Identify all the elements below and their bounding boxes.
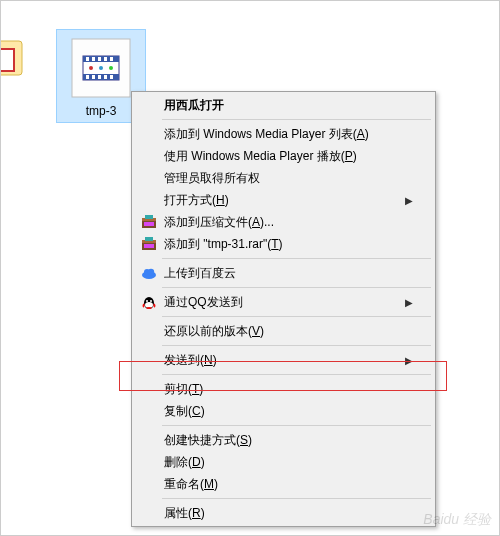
menu-label: 添加到 "tmp-31.rar"(T) [164,236,413,253]
menu-copy[interactable]: 复制(C) [134,400,433,422]
menu-open-with-xigua[interactable]: 用西瓜打开 [134,94,433,116]
menu-label: 还原以前的版本(V) [164,323,413,340]
svg-point-18 [99,66,103,70]
svg-rect-16 [110,75,113,79]
svg-point-19 [109,66,113,70]
menu-label: 添加到 Windows Media Player 列表(A) [164,126,413,143]
submenu-arrow-icon: ▶ [405,297,413,308]
menu-properties[interactable]: 属性(R) [134,502,433,524]
menu-separator [162,287,431,288]
menu-open-with[interactable]: 打开方式(H) ▶ [134,189,433,211]
submenu-arrow-icon: ▶ [405,355,413,366]
winrar-icon [140,235,158,253]
menu-separator [162,345,431,346]
svg-rect-14 [98,75,101,79]
menu-add-to-archive[interactable]: 添加到压缩文件(A)... [134,211,433,233]
menu-upload-baidu[interactable]: 上传到百度云 [134,262,433,284]
menu-restore-previous[interactable]: 还原以前的版本(V) [134,320,433,342]
menu-separator [162,316,431,317]
svg-rect-8 [92,57,95,61]
menu-add-to-named-rar[interactable]: 添加到 "tmp-31.rar"(T) [134,233,433,255]
menu-label: 管理员取得所有权 [164,170,413,187]
menu-admin-take-ownership[interactable]: 管理员取得所有权 [134,167,433,189]
folder-icon [0,31,31,79]
menu-play-with-wmp[interactable]: 使用 Windows Media Player 播放(P) [134,145,433,167]
svg-point-30 [148,269,154,275]
svg-rect-22 [145,215,153,219]
svg-point-34 [150,300,152,302]
winrar-icon [140,213,158,231]
submenu-arrow-icon: ▶ [405,195,413,206]
video-file-icon [69,36,133,100]
menu-label: 使用 Windows Media Player 播放(P) [164,148,413,165]
svg-rect-27 [144,244,154,248]
menu-label: 创建快捷方式(S) [164,432,413,449]
menu-label: 添加到压缩文件(A)... [164,214,413,231]
svg-rect-10 [104,57,107,61]
menu-delete[interactable]: 删除(D) [134,451,433,473]
menu-label: 属性(R) [164,505,413,522]
svg-rect-26 [145,237,153,241]
svg-rect-23 [144,222,154,226]
menu-label: 删除(D) [164,454,413,471]
menu-cut[interactable]: 剪切(T) [134,378,433,400]
menu-separator [162,119,431,120]
svg-point-17 [89,66,93,70]
svg-rect-9 [98,57,101,61]
menu-label: 重命名(M) [164,476,413,493]
svg-point-35 [146,307,152,309]
menu-label: 用西瓜打开 [164,97,413,114]
menu-rename[interactable]: 重命名(M) [134,473,433,495]
folder-item-partial[interactable]: 件夹 [0,31,31,96]
menu-label: 上传到百度云 [164,265,413,282]
svg-rect-13 [92,75,95,79]
watermark: Baidu 经验 [423,511,491,529]
menu-send-via-qq[interactable]: 通过QQ发送到 ▶ [134,291,433,313]
menu-separator [162,425,431,426]
baidu-cloud-icon [140,264,158,282]
context-menu: 用西瓜打开 添加到 Windows Media Player 列表(A) 使用 … [131,91,436,527]
explorer-background[interactable]: 件夹 tmp-3 用西瓜打开 添加到 Windows Media Player … [1,1,499,535]
menu-send-to[interactable]: 发送到(N) ▶ [134,349,433,371]
svg-rect-7 [86,57,89,61]
svg-rect-11 [110,57,113,61]
folder-label: 件夹 [0,79,31,96]
menu-separator [162,258,431,259]
svg-rect-12 [86,75,89,79]
menu-label: 复制(C) [164,403,413,420]
svg-rect-2 [0,49,14,71]
svg-point-33 [146,300,148,302]
menu-label: 剪切(T) [164,381,413,398]
menu-separator [162,374,431,375]
menu-label: 通过QQ发送到 [164,294,405,311]
qq-icon [140,293,158,311]
menu-separator [162,498,431,499]
svg-rect-15 [104,75,107,79]
menu-create-shortcut[interactable]: 创建快捷方式(S) [134,429,433,451]
menu-label: 打开方式(H) [164,192,405,209]
menu-label: 发送到(N) [164,352,405,369]
menu-add-to-wmp-list[interactable]: 添加到 Windows Media Player 列表(A) [134,123,433,145]
